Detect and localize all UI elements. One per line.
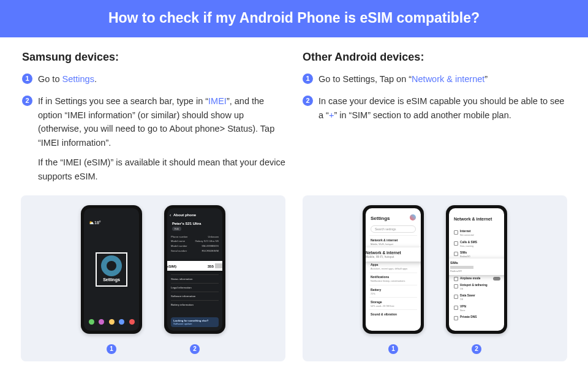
step-number-icon: 1 [303,74,313,84]
samsung-phone-2: ‹ About phone Peter's S21 Ultra Edit Pho… [164,205,225,334]
imei-esim-value: 355 [208,264,214,268]
gear-icon [101,255,122,276]
step-number-icon: 2 [22,96,32,106]
toggle-icon [493,277,500,281]
search-input: Search settings [371,225,416,233]
settings-title: Settings [371,216,390,221]
back-icon: ‹ [170,213,171,217]
about-phone-title: About phone [173,213,196,217]
settings-app-highlight: Settings [96,252,127,287]
step-number-icon: 2 [303,96,313,106]
callout-sub: RedteaGO [450,270,462,273]
other-column: Other Android devices: 1 Go to Settings,… [303,51,566,192]
other-step-1: 1 Go to Settings, Tap on “Network & inte… [303,72,566,86]
other-heading: Other Android devices: [303,51,566,64]
samsung-steps: 1 Go to Settings. 2 If in Settings you s… [22,72,285,183]
samsung-captions: 1 2 [28,342,278,354]
caption-badge: 2 [190,344,200,354]
device-name: Peter's S21 Ultra [172,222,201,225]
app-dock [84,319,139,325]
text: . [94,74,97,84]
other-steps: 1 Go to Settings, Tap on “Network & inte… [303,72,566,122]
samsung-step-2: 2 If in Settings you see a search bar, t… [22,94,285,183]
instruction-columns: Samsung devices: 1 Go to Settings. 2 If … [0,37,588,192]
text: ” in “SIM” section to add another mobile… [334,110,511,120]
samsung-step-2-note: If the “IMEI (eSIM)” is available it sho… [38,156,285,183]
blurred-value [450,266,473,269]
imei-link[interactable]: IMEI [208,96,227,106]
avatar [410,214,416,221]
caption-badge: 1 [388,344,398,354]
samsung-step-1: 1 Go to Settings. [22,72,285,86]
text: If in Settings you see a search bar, typ… [38,96,208,106]
other-step-2: 2 In case your device is eSIM capable yo… [303,94,566,122]
other-captions: 1 2 [310,342,560,354]
network-internet-title: Network & internet [454,217,492,221]
network-internet-callout: Network & internet Mobile, Wi-Fi, hotspo… [366,247,421,262]
samsung-screenshots: ⛅18° Settings ‹ About phone Peter's S21 … [21,195,285,361]
network-internet-link[interactable]: Network & internet [412,74,484,84]
callout-title: SIMs [450,261,504,265]
screenshot-row: ⛅18° Settings ‹ About phone Peter's S21 … [0,195,588,361]
page-title: How to check if my Android Phone is eSIM… [6,10,582,26]
device-info-list: Phone numberUnknown Model nameGalaxy S21… [171,234,219,253]
imei-esim-callout: IMEI (eSIM) 355 [167,261,222,271]
samsung-phone-1: ⛅18° Settings [81,205,142,334]
android-phone-1: Settings Search settings Network & inter… [363,205,424,334]
settings-link[interactable]: Settings [62,74,94,84]
caption-badge: 1 [107,344,116,354]
imei-esim-label: IMEI (eSIM) [167,264,176,268]
caption-badge: 2 [472,344,481,354]
samsung-column: Samsung devices: 1 Go to Settings. 2 If … [22,51,285,192]
callout-sub: Mobile, Wi-Fi, hotspot [366,255,394,258]
text: ” [484,74,488,84]
samsung-heading: Samsung devices: [22,51,285,64]
footer-card: Looking for something else? Software upd… [171,317,219,327]
android-phone-2: Network & internet InternetNot connected… [446,205,507,334]
edit-button: Edit [172,227,181,231]
other-screenshots: Settings Search settings Network & inter… [303,195,567,361]
blurred-value [215,263,222,268]
page-banner: How to check if my Android Phone is eSIM… [0,0,588,37]
weather-widget: ⛅18° [89,221,101,225]
text: Go to Settings, Tap on “ [318,74,412,84]
step-number-icon: 1 [22,74,32,84]
about-sections: Status information Legal information Sof… [171,274,219,309]
settings-label: Settings [97,277,126,282]
sims-callout: SIMs RedteaGO + [449,258,504,275]
callout-title: Network & internet [366,251,421,255]
text: Go to [38,74,62,84]
